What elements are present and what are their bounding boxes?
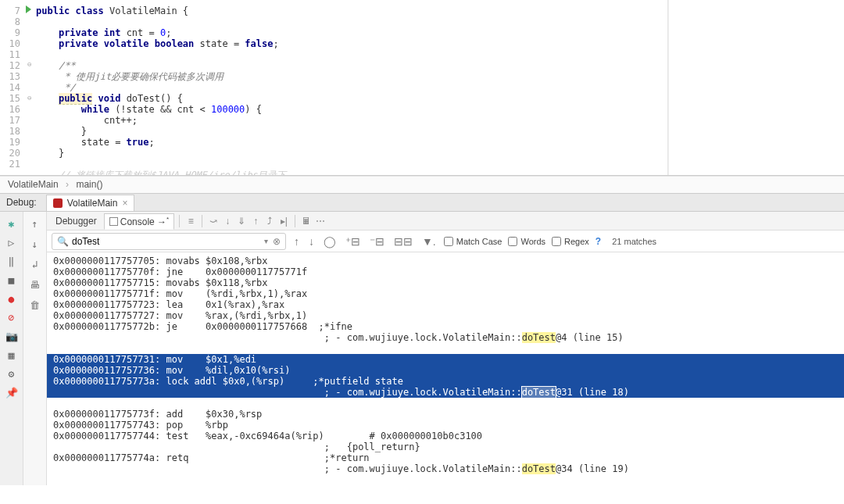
filter-icon[interactable]: ▼. (420, 235, 438, 248)
step-over-icon[interactable]: ⤻ (207, 215, 220, 227)
resume-icon[interactable]: ▷ (5, 235, 19, 249)
code-area[interactable]: public class VolatileMain { private int … (36, 0, 668, 175)
debug-config-icon (53, 198, 63, 208)
right-margin (668, 0, 844, 175)
align-icon[interactable]: ≡ (184, 215, 197, 227)
debug-label: Debug: (6, 197, 37, 208)
run-marker-icon[interactable] (26, 5, 31, 13)
regex-checkbox[interactable]: Regex (552, 237, 589, 246)
console-output[interactable]: 0x0000000117757705: movabs $0x108,%rbx0x… (47, 252, 844, 485)
breadcrumb: VolatileMain › main() (0, 176, 844, 193)
debug-toolbar: Debugger Console →* ≡ ⤻ ↓ ⇓ ↑ ⤴ ▸| 🖩 ⋯ (47, 212, 844, 231)
console-tab[interactable]: Console →* (104, 213, 175, 230)
next-match-icon[interactable]: ↓ (307, 235, 316, 248)
remove-selection-icon[interactable]: ⁻⊟ (368, 235, 386, 248)
fold-icon[interactable]: ⊖ (27, 60, 31, 68)
breadcrumb-class[interactable]: VolatileMain (8, 179, 59, 190)
debug-bar: Debug: VolatileMain × (0, 193, 844, 212)
step-into-icon[interactable]: ↓ (221, 215, 234, 227)
drop-frame-icon[interactable]: ⤴ (263, 215, 276, 227)
search-icon: 🔍 (57, 236, 69, 247)
search-input-wrap: 🔍 ▾ ⊗ (52, 233, 286, 250)
fold-icon[interactable]: ⊖ (27, 94, 31, 102)
prev-match-icon[interactable]: ↑ (292, 235, 301, 248)
line-gutter: 789101112131415161718192021 (0, 0, 25, 175)
history-dropdown-icon[interactable]: ▾ (264, 237, 268, 245)
select-all-icon[interactable]: ◯ (322, 235, 338, 248)
clear-icon[interactable]: 🗑 (28, 298, 42, 312)
pause-icon[interactable]: ‖ (5, 254, 19, 268)
pin-icon[interactable]: 📌 (5, 385, 19, 399)
help-icon[interactable]: ? (595, 236, 601, 247)
search-bar: 🔍 ▾ ⊗ ↑ ↓ ◯ ⁺⊟ ⁻⊟ ⊟⊟ ▼. Match Case Words… (47, 231, 844, 252)
breakpoint-icon[interactable]: ● (5, 291, 19, 306)
run-cursor-icon[interactable]: ▸| (277, 215, 290, 227)
fold-column: ⊖ ⊖ (25, 0, 36, 175)
up-icon[interactable]: ↑ (28, 216, 42, 231)
force-step-icon[interactable]: ⇓ (235, 215, 248, 227)
console-wrap: Debugger Console →* ≡ ⤻ ↓ ⇓ ↑ ⤴ ▸| 🖩 ⋯ 🔍… (47, 212, 844, 485)
debug-left-toolbar: ✱ ▷ ‖ ■ ● ⊘ 📷 ▦ ⚙ 📌 (0, 212, 23, 485)
close-icon[interactable]: × (122, 198, 127, 209)
debug-icon[interactable]: ✱ (5, 216, 19, 231)
down-icon[interactable]: ↓ (28, 237, 42, 251)
debug-tab-label: VolatileMain (67, 198, 118, 209)
select-all-occ-icon[interactable]: ⊟⊟ (392, 235, 414, 248)
editor-pane: 789101112131415161718192021 ⊖ ⊖ public c… (0, 0, 844, 176)
stop-icon[interactable]: ■ (5, 273, 19, 287)
clear-search-icon[interactable]: ⊗ (273, 236, 281, 247)
camera-icon[interactable]: 📷 (5, 329, 19, 343)
layout-icon[interactable]: ▦ (5, 348, 19, 362)
step-out-icon[interactable]: ↑ (249, 215, 262, 227)
debugger-tab[interactable]: Debugger (50, 213, 102, 229)
evaluate-icon[interactable]: 🖩 (300, 215, 313, 227)
breadcrumb-separator: › (66, 179, 69, 190)
settings-icon[interactable]: ⚙ (5, 366, 19, 381)
more-icon[interactable]: ⋯ (314, 215, 327, 227)
debug-panel: ✱ ▷ ‖ ■ ● ⊘ 📷 ▦ ⚙ 📌 ↑ ↓ ↲ 🖶 🗑 Debugger C… (0, 212, 844, 485)
match-count: 21 matches (612, 237, 656, 246)
mute-bp-icon[interactable]: ⊘ (5, 310, 19, 324)
match-case-checkbox[interactable]: Match Case (444, 237, 502, 246)
console-nav-toolbar: ↑ ↓ ↲ 🖶 🗑 (23, 212, 47, 485)
wrap-icon[interactable]: ↲ (28, 257, 42, 271)
words-checkbox[interactable]: Words (508, 237, 545, 246)
debug-tab[interactable]: VolatileMain × (46, 195, 135, 211)
print-icon[interactable]: 🖶 (28, 277, 42, 291)
breadcrumb-method[interactable]: main() (76, 179, 102, 190)
add-selection-icon[interactable]: ⁺⊟ (344, 235, 362, 248)
search-input[interactable] (72, 236, 264, 247)
